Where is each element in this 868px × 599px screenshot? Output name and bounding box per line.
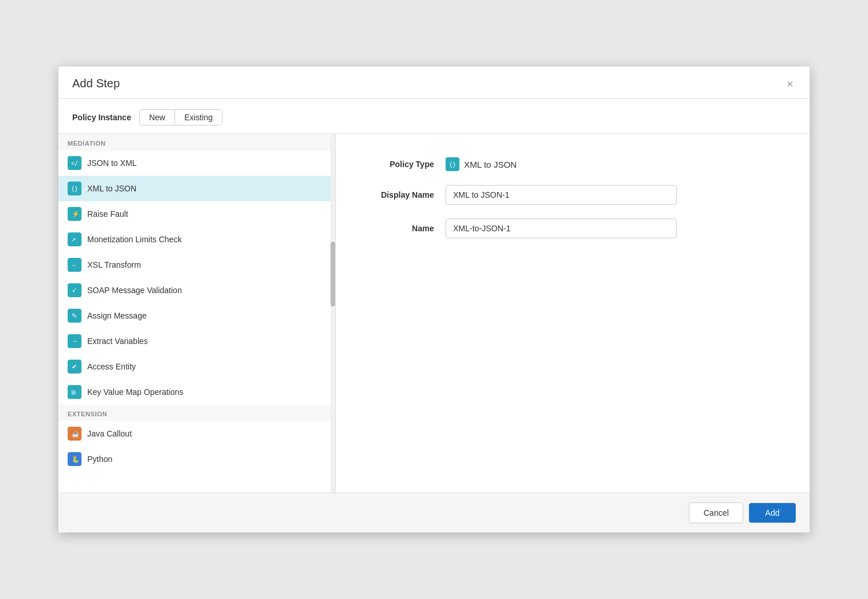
display-name-label: Display Name: [365, 190, 434, 199]
name-label: Name: [365, 224, 434, 233]
dialog-footer: Cancel Add: [58, 493, 810, 533]
close-button[interactable]: ×: [784, 78, 796, 90]
policy-item-extract-variables[interactable]: → Extract Variables: [58, 328, 335, 354]
svg-text:{}: {}: [449, 161, 456, 168]
section-extension-header: EXTENSION: [58, 405, 335, 421]
policy-item-access-entity[interactable]: ✔ Access Entity: [58, 354, 335, 379]
assign-message-label: Assign Message: [87, 311, 147, 320]
json-to-xml-label: JSON to XML: [87, 158, 137, 168]
svg-text:↗: ↗: [71, 236, 76, 243]
svg-text:⚡: ⚡: [72, 210, 79, 218]
policy-instance-row: Policy Instance New Existing: [58, 99, 810, 134]
xsl-transform-label: XSL Transform: [87, 260, 141, 269]
section-mediation-header: MEDIATION: [58, 134, 335, 150]
svg-text:{}: {}: [71, 186, 78, 192]
display-name-input[interactable]: [446, 185, 677, 205]
toggle-existing-button[interactable]: Existing: [175, 110, 222, 125]
policy-item-soap-validation[interactable]: ✓ SOAP Message Validation: [58, 278, 335, 303]
access-entity-label: Access Entity: [87, 362, 136, 371]
monetization-label: Monetization Limits Check: [87, 235, 181, 244]
xml-to-json-label: XML to JSON: [87, 184, 136, 193]
dialog-header: Add Step ×: [58, 66, 810, 99]
policy-type-value: {} XML to JSON: [446, 157, 517, 171]
scrollbar-thumb[interactable]: [331, 242, 335, 306]
policy-item-monetization[interactable]: ↗ Monetization Limits Check: [58, 227, 335, 252]
raise-fault-icon: ⚡: [68, 207, 81, 221]
svg-text:✎: ✎: [72, 312, 77, 319]
extract-variables-label: Extract Variables: [87, 337, 148, 346]
policy-instance-label: Policy Instance: [72, 113, 131, 122]
policy-item-key-value-map[interactable]: ⊞ Key Value Map Operations: [58, 379, 335, 405]
policy-item-raise-fault[interactable]: ⚡ Raise Fault: [58, 201, 335, 227]
monetization-icon: ↗: [68, 232, 81, 246]
policy-type-text: XML to JSON: [464, 160, 517, 169]
dialog-body: MEDIATION </> JSON to XML {} XML to JSON…: [58, 134, 810, 493]
xml-to-json-icon: {}: [68, 182, 81, 195]
svg-text:⊞: ⊞: [71, 389, 76, 395]
raise-fault-label: Raise Fault: [87, 209, 128, 219]
svg-text:☕: ☕: [72, 430, 79, 438]
policy-type-label: Policy Type: [365, 160, 434, 169]
svg-text:✔: ✔: [72, 363, 77, 370]
json-to-xml-icon: </>: [68, 156, 81, 170]
java-callout-label: Java Callout: [87, 429, 132, 438]
python-icon: 🐍: [68, 452, 81, 466]
soap-validation-label: SOAP Message Validation: [87, 286, 182, 295]
access-entity-icon: ✔: [68, 360, 81, 374]
svg-text:↔: ↔: [71, 262, 77, 268]
policy-type-icon: {}: [446, 157, 459, 171]
display-name-row: Display Name: [365, 185, 781, 205]
java-callout-icon: ☕: [68, 427, 81, 441]
policy-item-xml-to-json[interactable]: {} XML to JSON: [58, 176, 335, 201]
python-label: Python: [87, 454, 113, 464]
key-value-map-icon: ⊞: [68, 385, 81, 399]
svg-text:</>: </>: [71, 160, 79, 167]
right-panel: Policy Type {} XML to JSON Display Name …: [336, 134, 810, 493]
add-step-dialog: Add Step × Policy Instance New Existing …: [58, 66, 810, 533]
toggle-group: New Existing: [139, 109, 222, 125]
add-button[interactable]: Add: [749, 503, 796, 523]
svg-text:✓: ✓: [72, 287, 77, 294]
left-panel: MEDIATION </> JSON to XML {} XML to JSON…: [58, 134, 336, 493]
key-value-map-label: Key Value Map Operations: [87, 387, 183, 397]
scrollbar-track: [331, 134, 335, 493]
name-row: Name: [365, 219, 781, 238]
policy-item-python[interactable]: 🐍 Python: [58, 446, 335, 472]
policy-item-java-callout[interactable]: ☕ Java Callout: [58, 421, 335, 446]
assign-message-icon: ✎: [68, 309, 81, 323]
extract-variables-icon: →: [68, 334, 81, 348]
toggle-new-button[interactable]: New: [140, 110, 175, 125]
name-input[interactable]: [446, 219, 677, 238]
soap-validation-icon: ✓: [68, 283, 81, 297]
svg-text:🐍: 🐍: [72, 455, 79, 463]
policy-item-xsl-transform[interactable]: ↔ XSL Transform: [58, 252, 335, 278]
policy-item-assign-message[interactable]: ✎ Assign Message: [58, 303, 335, 328]
policy-item-json-to-xml[interactable]: </> JSON to XML: [58, 150, 335, 176]
svg-text:→: →: [72, 338, 78, 345]
dialog-title: Add Step: [72, 77, 120, 90]
policy-type-row: Policy Type {} XML to JSON: [365, 157, 781, 171]
xsl-transform-icon: ↔: [68, 258, 81, 272]
cancel-button[interactable]: Cancel: [689, 502, 743, 523]
